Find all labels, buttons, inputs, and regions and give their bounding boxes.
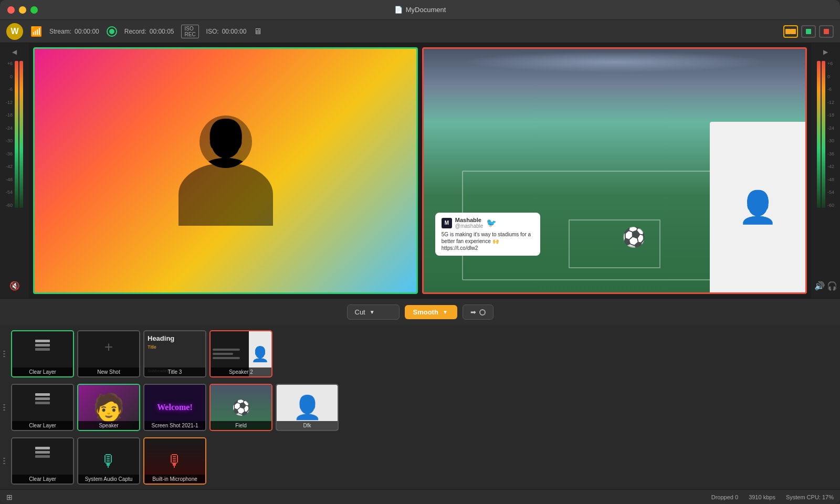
clear-layer-3-thumb — [12, 438, 73, 470]
collapse-right[interactable]: ▶ — [821, 46, 830, 58]
view-button-2[interactable] — [801, 25, 816, 38]
shots-row-1: Clear Layer + New Shot HeadingTitle Subh… — [0, 328, 840, 380]
transition-smooth-button[interactable]: Smooth ▼ — [405, 305, 457, 319]
spk2-bar-1 — [213, 349, 240, 351]
speaker-mute-btn[interactable]: 🔇 — [9, 281, 20, 295]
document-icon: 📄 — [394, 6, 403, 14]
vu-bar-left-1 — [15, 61, 18, 208]
row-handle-1[interactable] — [2, 351, 9, 357]
view-button-1[interactable] — [783, 25, 798, 38]
screenshot-label: Screen Shot 2021-1 — [144, 421, 205, 430]
iso-badge: ISOREC — [181, 25, 198, 38]
window-title: 📄 MyDocument — [394, 6, 446, 14]
record-button[interactable] — [107, 26, 117, 37]
app-logo[interactable]: W — [6, 23, 23, 40]
new-shot-thumb: + — [78, 331, 139, 363]
svg-rect-5 — [35, 393, 50, 396]
status-right: Dropped 0 3910 kbps System CPU: 17% — [711, 494, 834, 500]
right-vu-panel: ▶ +6 0 -6 -12 -18 -24 -30 -36 -42 -48 -5… — [811, 43, 840, 298]
shots-area: Clear Layer + New Shot HeadingTitle Subh… — [0, 326, 840, 489]
stadium-lights — [462, 51, 768, 72]
status-left: ⊞ — [6, 493, 13, 501]
iso-indicator: ISO: 00:00:00 — [206, 28, 247, 35]
shot-clear-layer-2[interactable]: Clear Layer — [11, 384, 74, 431]
circle-icon — [479, 309, 486, 316]
grid-icon[interactable]: ⊞ — [6, 493, 13, 501]
row-handle-2[interactable] — [2, 404, 9, 411]
shot-builtin-mic[interactable]: 🎙 Built-in Microphone — [143, 437, 206, 485]
svg-rect-6 — [35, 451, 50, 454]
shot-system-audio[interactable]: 🎙 System Audio Captu — [77, 437, 140, 485]
svg-rect-2 — [35, 340, 50, 342]
dfk-icon: 👤 — [293, 394, 322, 421]
record-dot-inner — [109, 29, 114, 34]
collapse-left[interactable]: ◀ — [10, 46, 19, 58]
handle-dot — [3, 458, 5, 459]
handle-dot — [3, 353, 5, 354]
clear-layer-1-label: Clear Layer — [12, 368, 73, 376]
transition-arrow-button[interactable]: ➡ — [463, 304, 494, 320]
twitter-bird-icon: 🐦 — [486, 218, 497, 228]
person-head: 👤 — [200, 116, 252, 168]
preview-program[interactable]: 👤 — [33, 47, 418, 294]
shot-title-3[interactable]: HeadingTitle Subheading Title 3 — [143, 330, 206, 377]
clear-layer-1-thumb — [12, 331, 73, 363]
welcome-text: Welcome! — [157, 403, 193, 412]
dot-icon-4 — [824, 29, 829, 34]
transition-bar: Cut ▼ Smooth ▼ ➡ — [0, 298, 840, 326]
new-shot-icon: + — [104, 339, 113, 355]
new-shot-label: New Shot — [78, 368, 139, 376]
clear-layer-3-label: Clear Layer — [12, 475, 73, 484]
monitor-icon[interactable]: 🖥 — [254, 27, 262, 36]
wifi-icon[interactable]: 📶 — [30, 26, 42, 37]
shots-row-3: Clear Layer 🎙 System Audio Captu 🎙 Built… — [0, 435, 840, 487]
mashable-logo: M — [442, 218, 452, 228]
layers-icon-3 — [33, 445, 52, 464]
record-indicator: Record: 00:00:05 — [124, 28, 174, 35]
main-content: ◀ +6 0 -6 -12 -18 -24 -30 -36 -42 -48 -5… — [0, 43, 840, 489]
title-bar: 📄 MyDocument — [0, 0, 840, 20]
speaker-output-icon[interactable]: 🔊 — [814, 281, 825, 291]
headphone-icon[interactable]: 🎧 — [827, 281, 837, 291]
shot-field[interactable]: ⚽ Field — [209, 384, 272, 431]
layers-icon — [33, 338, 52, 356]
shot-clear-layer-1[interactable]: Clear Layer — [11, 330, 74, 377]
toolbar-right — [783, 25, 834, 38]
maximize-button[interactable] — [30, 6, 38, 14]
vu-bar-right-2 — [822, 61, 825, 208]
builtin-mic-label: Built-in Microphone — [144, 475, 205, 484]
dropdown-chevron-icon: ▼ — [370, 309, 375, 315]
handle-dot — [3, 407, 5, 408]
vu-left-meters: +6 0 -6 -12 -18 -24 -30 -36 -42 -48 -54 … — [6, 61, 23, 208]
handle-dot — [3, 460, 5, 461]
field-icon: ⚽ — [232, 399, 250, 416]
person-display: 👤 — [178, 116, 273, 226]
mic-red-icon: 🎙 — [166, 452, 183, 471]
shot-speaker-2[interactable]: 👤 Speaker 2 — [209, 330, 272, 377]
traffic-lights — [7, 6, 38, 14]
svg-rect-7 — [35, 455, 50, 458]
vu-scale-right: +6 0 -6 -12 -18 -24 -30 -36 -42 -48 -54 … — [827, 61, 834, 208]
heading-subtitle-text: Title — [148, 344, 156, 350]
goal-area — [569, 219, 660, 268]
stadium-bg: ⚽ M Mashable @mashable 🐦 5G is making it… — [424, 49, 805, 292]
twitter-names: Mashable @mashable — [455, 217, 484, 229]
person-body — [178, 163, 273, 226]
dfk-label: Dfk — [277, 421, 338, 430]
shot-dfk[interactable]: 👤 Dfk — [276, 384, 339, 431]
shot-clear-layer-3[interactable]: Clear Layer — [11, 437, 74, 485]
close-button[interactable] — [7, 6, 15, 14]
vu-right-meters: +6 0 -6 -12 -18 -24 -30 -36 -42 -48 -54 … — [817, 61, 834, 208]
preview-preview[interactable]: ⚽ M Mashable @mashable 🐦 5G is making it… — [422, 47, 807, 294]
cpu-indicator: System CPU: 17% — [786, 494, 834, 500]
transition-cut-select[interactable]: Cut ▼ — [347, 304, 400, 320]
shot-new-shot[interactable]: + New Shot — [77, 330, 140, 377]
shot-screenshot[interactable]: Welcome! Screen Shot 2021-1 — [143, 384, 206, 431]
shots-row-2: Clear Layer 🧑 Speaker Welcome! Screen Sh… — [0, 381, 840, 434]
row-handle-3[interactable] — [2, 458, 9, 464]
view-button-3[interactable] — [819, 25, 834, 38]
minimize-button[interactable] — [19, 6, 26, 14]
shot-speaker[interactable]: 🧑 Speaker — [77, 384, 140, 431]
dot-icon — [785, 29, 791, 34]
handle-dot — [3, 463, 5, 464]
